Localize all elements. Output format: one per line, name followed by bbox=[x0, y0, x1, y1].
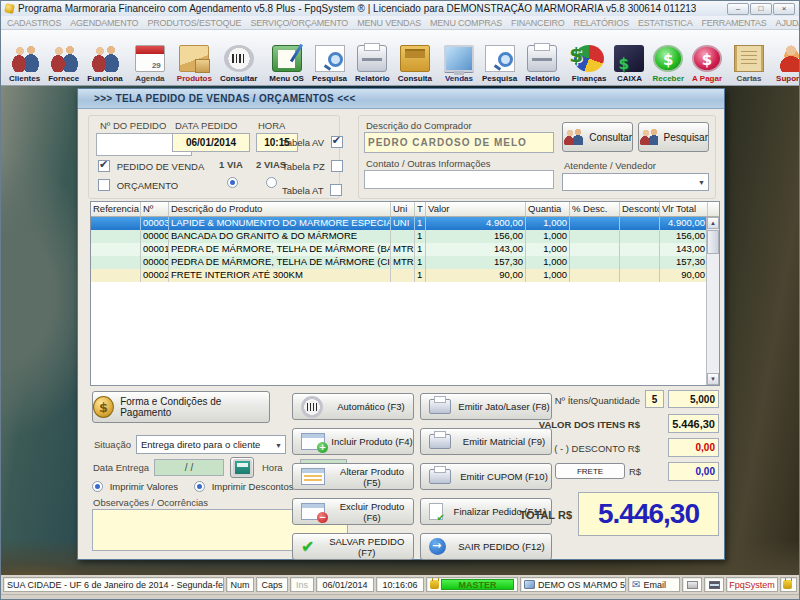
action-button-autom-tico-f3[interactable]: Automático (F3) bbox=[292, 393, 414, 420]
column-header-descri-o-do-produto[interactable]: Descrição do Produto bbox=[169, 202, 391, 216]
toolbar-button-consultar[interactable]: Consultar bbox=[216, 31, 261, 85]
toolbar-button-relat-rio[interactable]: Relatório bbox=[351, 31, 394, 85]
column-header-vlr-total[interactable]: Vlr Total bbox=[660, 202, 708, 216]
column-header-referencia[interactable]: Referencia bbox=[91, 202, 141, 216]
menu-item-ferramentas[interactable]: FERRAMENTAS bbox=[701, 18, 766, 28]
menu-item-agendamento[interactable]: AGENDAMENTO bbox=[70, 18, 138, 28]
search-button[interactable]: Pesquisar bbox=[638, 122, 709, 152]
menu-item-cadastros[interactable]: CADASTROS bbox=[7, 18, 61, 28]
toolbar-button-pesquisa[interactable]: Pesquisa bbox=[308, 31, 351, 85]
column-header-uni[interactable]: Uni bbox=[391, 202, 415, 216]
toolbar-button-menu-os[interactable]: Menu OS bbox=[265, 31, 308, 85]
menu-item-ajuda[interactable]: AJUDA bbox=[776, 18, 800, 28]
status-ins[interactable]: Ins bbox=[290, 577, 314, 592]
via2-radio[interactable] bbox=[266, 177, 277, 188]
sale-type-checkbox[interactable]: PEDIDO DE VENDA bbox=[98, 160, 204, 172]
scrollbar-thumb[interactable] bbox=[707, 230, 719, 254]
table-row[interactable]: 000033LAPIDE & MONUMENTO DO MARMORE ESPE… bbox=[91, 217, 719, 230]
checkbox-unchecked-icon[interactable] bbox=[98, 179, 110, 191]
status-master[interactable]: MASTER bbox=[426, 577, 518, 592]
toolbar-button-relat-rio[interactable]: Relatório bbox=[521, 31, 564, 85]
status-brand[interactable]: FpqSystem bbox=[726, 577, 778, 592]
tabela-pz-checkbox[interactable]: Tabela PZ bbox=[282, 160, 343, 172]
toolbar-button-suporte[interactable]: Suporte bbox=[772, 31, 800, 85]
restore-button[interactable]: □ bbox=[750, 3, 772, 15]
radio-on-icon[interactable] bbox=[92, 481, 103, 492]
tabela-av-checkbox[interactable]: Tabela AV bbox=[282, 136, 343, 148]
status-printer[interactable] bbox=[682, 577, 702, 592]
toolbar-button-vendas[interactable]: Vendas bbox=[440, 31, 478, 85]
action-button-excluir-produto-f6[interactable]: Excluir Produto (F6) bbox=[292, 498, 414, 525]
menu-item-servi-o-or-amento[interactable]: SERVIÇO/ORÇAMENTO bbox=[250, 18, 348, 28]
toolbar-button-caixa[interactable]: CAIXA bbox=[610, 31, 648, 85]
toolbar-button-a-pagar[interactable]: A Pagar bbox=[688, 31, 726, 85]
toolbar-button-cartas[interactable]: Cartas bbox=[730, 31, 768, 85]
status-date[interactable]: 06/01/2014 bbox=[316, 577, 374, 592]
status-time[interactable]: 10:16:06 bbox=[376, 577, 424, 592]
action-button-alterar-produto-f5[interactable]: Alterar Produto (F5) bbox=[292, 463, 414, 490]
buyer-name-field[interactable]: PEDRO CARDOSO DE MELO bbox=[364, 132, 554, 153]
contact-field[interactable] bbox=[364, 170, 554, 189]
radio-on-icon[interactable] bbox=[194, 481, 205, 492]
column-header-n[interactable]: Nº bbox=[141, 202, 169, 216]
action-button-salvar-pedido-f7[interactable]: ✔SALVAR PEDIDO (F7) bbox=[292, 533, 414, 560]
toolbar-button-funciona[interactable]: Funciona bbox=[83, 31, 127, 85]
status-email[interactable]: ✉Email bbox=[628, 577, 680, 592]
print-values-radio[interactable]: Imprimir Valores bbox=[92, 481, 178, 492]
status-lock[interactable] bbox=[780, 577, 797, 592]
delivery-date-field[interactable]: / / bbox=[154, 459, 224, 476]
action-button-emitir-cupom-f10[interactable]: Emitir CUPOM (F10) bbox=[420, 463, 552, 490]
column-header-valor[interactable]: Valor bbox=[426, 202, 526, 216]
toolbar-button-clientes[interactable]: Clientes bbox=[5, 31, 44, 85]
scroll-up-icon[interactable]: ▲ bbox=[707, 217, 719, 229]
quote-type-checkbox[interactable]: ORÇAMENTO bbox=[98, 179, 178, 191]
action-button-sair-pedido-f12[interactable]: SAIR PEDIDO (F12) bbox=[420, 533, 552, 560]
column-header-desconto[interactable]: Desconto bbox=[620, 202, 660, 216]
status-caps[interactable]: Caps bbox=[256, 577, 288, 592]
print-discounts-radio[interactable]: Imprimir Descontos bbox=[194, 481, 293, 492]
table-scrollbar[interactable]: ▲ ▼ bbox=[706, 217, 719, 385]
close-button[interactable]: × bbox=[773, 3, 795, 15]
column-header-quantia[interactable]: Quantia bbox=[526, 202, 570, 216]
menu-item-menu-vendas[interactable]: MENU VENDAS bbox=[357, 18, 421, 28]
consult-button[interactable]: Consultar bbox=[562, 122, 633, 152]
payment-terms-button[interactable]: Forma e Condições de Pagamento bbox=[92, 391, 270, 423]
order-date-field[interactable]: 06/01/2014 bbox=[172, 133, 250, 152]
toolbar-button-produtos[interactable]: Produtos bbox=[173, 31, 216, 85]
table-row[interactable]: 000009PEDRA DE MÁRMORE, TELHA DE MÁRMORE… bbox=[91, 256, 719, 269]
table-row[interactable]: 000012PEDRA DE MÁRMORE, TELHA DE MÁRMORE… bbox=[91, 243, 719, 256]
checkbox-checked-icon[interactable] bbox=[98, 160, 110, 172]
column-header-desc[interactable]: % Desc. bbox=[570, 202, 620, 216]
status-system[interactable]: DEMO OS MARMO 5.8 bbox=[520, 577, 626, 592]
attendant-dropdown[interactable] bbox=[562, 173, 709, 191]
menu-item-relat-rios[interactable]: RELATÓRIOS bbox=[574, 18, 629, 28]
menu-item-produtos-estoque[interactable]: PRODUTOS/ESTOQUE bbox=[147, 18, 241, 28]
tabela-at-checkbox[interactable]: Tabela AT bbox=[282, 184, 342, 196]
toolbar-button-consulta[interactable]: Consulta bbox=[394, 31, 436, 85]
menu-item-financeiro[interactable]: FINANCEIRO bbox=[511, 18, 565, 28]
menu-item-menu-compras[interactable]: MENU COMPRAS bbox=[430, 18, 502, 28]
toolbar-group: Agenda bbox=[131, 31, 169, 85]
toolbar-button-receber[interactable]: Receber bbox=[648, 31, 688, 85]
scroll-down-icon[interactable]: ▼ bbox=[707, 373, 719, 385]
table-row[interactable]: 000027FRETE INTERIOR ATÉ 300KM190,001,00… bbox=[91, 269, 719, 282]
checkbox-unchecked-icon[interactable] bbox=[331, 160, 343, 172]
freight-button[interactable]: FRETE bbox=[555, 463, 625, 479]
status-network[interactable] bbox=[704, 577, 724, 592]
status-num[interactable]: Num bbox=[226, 577, 254, 592]
toolbar-button-finan-as[interactable]: Finanças bbox=[568, 31, 611, 85]
status-location[interactable]: SUA CIDADE - UF 6 de Janeiro de 2014 - S… bbox=[3, 577, 224, 592]
situation-dropdown[interactable]: Entrega direto para o cliente bbox=[136, 435, 286, 454]
toolbar-button-agenda[interactable]: Agenda bbox=[131, 31, 169, 85]
checkbox-checked-icon[interactable] bbox=[331, 136, 343, 148]
calendar-button[interactable] bbox=[230, 457, 254, 478]
via1-radio[interactable] bbox=[227, 177, 238, 188]
toolbar-button-fornece[interactable]: Fornece bbox=[44, 31, 83, 85]
checkbox-unchecked-icon[interactable] bbox=[330, 184, 342, 196]
minimize-button[interactable]: – bbox=[727, 3, 749, 15]
menu-item-estatistica[interactable]: ESTATISTICA bbox=[638, 18, 692, 28]
column-header-t[interactable]: T bbox=[415, 202, 426, 216]
table-row[interactable]: 000007BANCADA DO GRANITO & DO MÁRMORE115… bbox=[91, 230, 719, 243]
action-button-incluir-produto-f4[interactable]: Incluir Produto (F4) bbox=[292, 428, 414, 455]
toolbar-button-pesquisa[interactable]: Pesquisa bbox=[478, 31, 521, 85]
